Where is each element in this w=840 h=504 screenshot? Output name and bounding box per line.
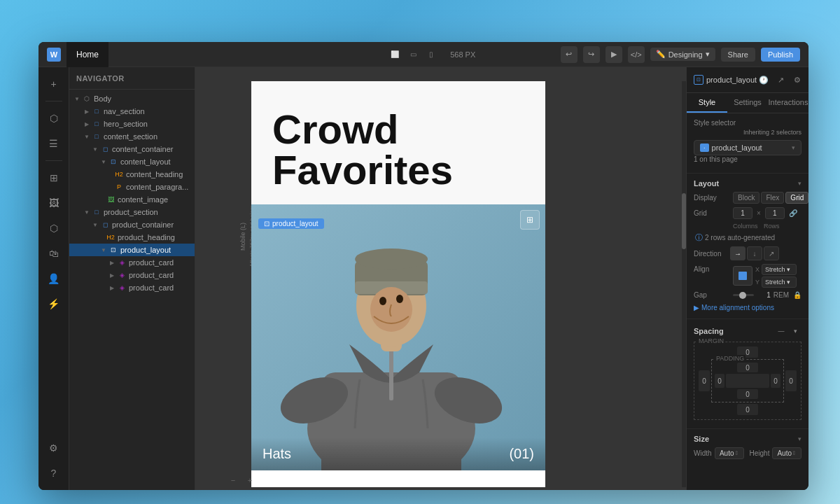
align-x-dropdown[interactable]: Stretch ▾ — [762, 264, 797, 275]
padding-top-value[interactable]: 0 — [737, 363, 758, 372]
style-selector-input[interactable]: · product_layout ▾ — [694, 140, 802, 155]
canvas-content: Crowd Favorites product_layout ⊞ — [251, 81, 545, 487]
width-input[interactable]: Auto ⇕ — [715, 447, 744, 459]
users-tool[interactable]: 👤 — [43, 267, 65, 290]
tab-home[interactable]: Home — [66, 42, 108, 67]
logic-tool[interactable]: ⚡ — [43, 293, 65, 315]
align-visual[interactable] — [733, 266, 752, 286]
layout-section-header[interactable]: Layout ▾ — [694, 179, 802, 188]
redo-icon[interactable]: ↪ — [583, 46, 600, 63]
preview-icon[interactable]: ▶ — [606, 46, 622, 63]
padding-left-value[interactable]: 0 — [715, 374, 724, 388]
help-tool[interactable]: ? — [43, 462, 65, 484]
nav-item-body[interactable]: ▼ ⬡ Body — [69, 92, 195, 105]
grid-select-icon[interactable]: ⊞ — [520, 210, 540, 230]
panel-header-icons: 🕐 ↗ ⚙ — [757, 73, 804, 87]
viewport-desktop-icon[interactable]: ⬜ — [387, 47, 402, 62]
grid-rows-input[interactable]: 1 — [765, 207, 785, 219]
tab-interactions[interactable]: Interactions — [768, 93, 808, 113]
margin-right-value[interactable]: 0 — [785, 370, 797, 391]
nav-item-product-section[interactable]: ▼ □ product_section — [69, 206, 195, 218]
nav-item-product-container[interactable]: ▼ ◻ product_container — [69, 218, 195, 231]
undo-icon[interactable]: ↩ — [561, 46, 578, 63]
nav-item-content-layout[interactable]: ▼ ⊡ content_layout — [69, 155, 195, 168]
settings-panel-icon[interactable]: ⚙ — [790, 73, 804, 87]
nav-arrow-body: ▼ — [72, 96, 82, 102]
ecommerce-tool[interactable]: 🛍 — [43, 242, 65, 265]
align-y-dropdown[interactable]: Stretch ▾ — [762, 276, 797, 288]
display-grid[interactable]: Grid — [785, 192, 808, 204]
more-alignment-options[interactable]: ▶ More alignment options — [694, 302, 802, 313]
nav-item-product-card-3[interactable]: ▶ ◈ product_card — [69, 281, 195, 294]
nav-arrow-content-container: ▼ — [90, 146, 100, 153]
nav-item-content-section[interactable]: ▼ □ content_section — [69, 130, 195, 143]
nav-item-product-heading[interactable]: H2 product_heading — [69, 231, 195, 244]
spacing-link-icon[interactable]: — — [775, 325, 788, 337]
display-flex[interactable]: Flex — [761, 192, 784, 204]
cms-tool[interactable]: ⬡ — [43, 217, 65, 239]
nav-item-content-image[interactable]: 🖼 content_image — [69, 193, 195, 206]
share-panel-icon[interactable]: ↗ — [774, 73, 788, 87]
nav-icon-content-heading: H2 — [114, 169, 124, 179]
margin-bottom-value[interactable]: 0 — [737, 404, 758, 415]
nav-icon-product-heading: H2 — [106, 232, 115, 242]
spacing-section: Spacing — ▾ MARGIN 0 0 — [687, 319, 808, 429]
gap-slider[interactable] — [733, 294, 754, 296]
canvas-scrollbar-thumb[interactable] — [682, 193, 686, 249]
assets-tool[interactable]: 🖼 — [43, 192, 65, 214]
display-block[interactable]: Block — [733, 192, 760, 204]
pages-tool[interactable]: ⬡ — [43, 107, 65, 130]
size-collapse-icon[interactable]: ▾ — [798, 435, 802, 442]
nav-item-hero-section[interactable]: ▶ □ hero_section — [69, 118, 195, 130]
mode-button[interactable]: ✏️ Designing ▾ — [650, 48, 715, 61]
spacing-header: Spacing — ▾ — [694, 325, 802, 337]
canvas-scrollbar[interactable] — [682, 81, 686, 487]
height-input[interactable]: Auto ⇕ — [772, 447, 802, 459]
zoom-out-icon[interactable]: − — [226, 473, 240, 487]
code-icon[interactable]: </> — [628, 46, 645, 63]
tab-settings[interactable]: Settings — [727, 93, 768, 113]
padding-bottom-value[interactable]: 0 — [737, 389, 758, 399]
components-tool[interactable]: ⊞ — [43, 167, 65, 189]
rows-sublabel: Rows — [764, 223, 780, 230]
direction-other[interactable]: ↗ — [764, 246, 779, 260]
grid-row: Grid 1 × 1 🔗 — [694, 207, 802, 219]
navigator-tool[interactable]: ☰ — [43, 132, 65, 155]
viewport-mobile-icon[interactable]: ▯ — [424, 47, 439, 62]
nav-item-content-heading[interactable]: H2 content_heading — [69, 168, 195, 181]
product-layout-badge[interactable]: product_layout — [258, 218, 324, 229]
align-label: Align — [694, 264, 730, 273]
share-button[interactable]: Share — [721, 48, 755, 62]
settings-tool[interactable]: ⚙ — [43, 437, 65, 459]
nav-item-content-paragraph[interactable]: P content_paragra... — [69, 181, 195, 193]
nav-item-product-card-1[interactable]: ▶ ◈ product_card — [69, 256, 195, 269]
nav-arrow-nav-section: ▶ — [82, 108, 92, 115]
product-caption: Hats (01) — [251, 438, 545, 470]
right-panel-header: ⊡ product_layout 🕐 ↗ ⚙ — [687, 67, 808, 93]
nav-icon-product-card-3: ◈ — [117, 283, 127, 293]
nav-item-product-card-2[interactable]: ▶ ◈ product_card — [69, 269, 195, 281]
tab-style[interactable]: Style — [687, 93, 727, 113]
nav-item-product-layout[interactable]: ▼ ⊡ product_layout — [69, 244, 195, 256]
viewport-tablet-icon[interactable]: ▭ — [405, 47, 421, 62]
add-tool[interactable]: + — [43, 73, 65, 95]
nav-item-content-container[interactable]: ▼ ◻ content_container — [69, 143, 195, 155]
gap-label: Gap — [694, 291, 730, 299]
padding-right-value[interactable]: 0 — [771, 374, 780, 388]
publish-button[interactable]: Publish — [761, 48, 800, 62]
spacing-collapse-icon[interactable]: ▾ — [789, 325, 802, 337]
direction-horizontal[interactable]: → — [730, 246, 746, 260]
gap-lock-icon[interactable]: 🔒 — [793, 291, 802, 299]
grid-columns-input[interactable]: 1 — [733, 207, 752, 219]
titlebar-actions: ↩ ↪ ▶ </> ✏️ Designing ▾ Share Publish — [561, 46, 800, 63]
nav-item-nav-section[interactable]: ▶ □ nav_section — [69, 105, 195, 118]
gap-slider-thumb[interactable] — [739, 292, 746, 299]
direction-vertical[interactable]: ↓ — [747, 246, 762, 260]
element-type-icon: ⊡ — [694, 75, 704, 85]
zoom-in-icon[interactable]: + — [243, 473, 257, 487]
style-selector-section: Style selector Inheriting 2 selectors · … — [687, 113, 808, 174]
margin-left-value[interactable]: 0 — [699, 370, 710, 391]
app-logo: W — [47, 48, 61, 62]
grid-link-icon[interactable]: 🔗 — [789, 209, 797, 217]
history-icon[interactable]: 🕐 — [757, 73, 771, 87]
